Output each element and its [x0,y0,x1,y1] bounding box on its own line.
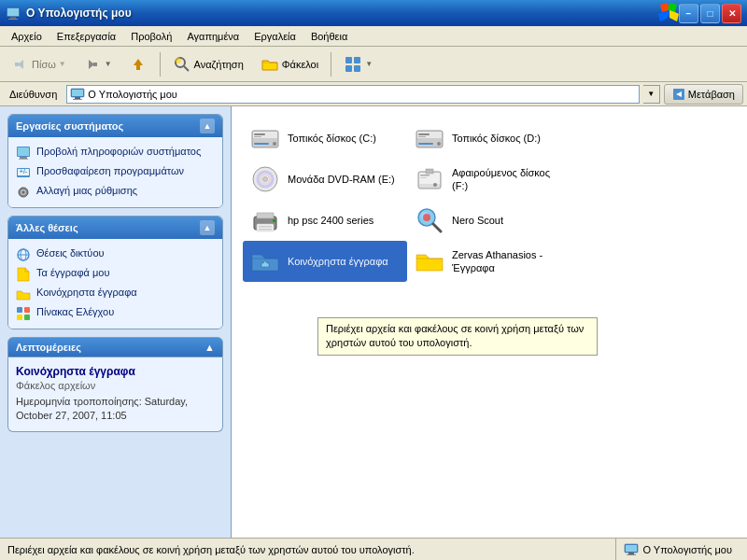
file-item-nero[interactable]: Nero Scout [407,200,571,241]
my-documents-link[interactable]: Τα έγγραφά μου [16,264,215,284]
svg-rect-25 [18,147,29,156]
file-item-shared[interactable]: Κοινόχρηστα έγγραφα [243,241,407,282]
search-button[interactable]: Αναζήτηση [166,50,250,78]
menu-file[interactable]: Αρχείο [4,29,49,44]
svg-rect-68 [259,229,272,231]
svg-point-43 [273,142,276,146]
window-title: Ο Υπολογιστής μου [26,7,655,20]
details-subtitle: Φάκελος αρχείων [16,380,215,391]
svg-rect-50 [418,133,430,135]
back-label: Πίσω [32,59,56,70]
other-places-body: Θέσεις δικτύου Τα έγγραφά μου Κοινόχρηστ… [8,239,222,329]
forward-icon [83,55,102,74]
left-panel: Εργασίες συστήματος ▲ Προβολή πληροφοριώ… [0,106,232,538]
folders-button[interactable]: Φάκελοι [254,50,325,78]
file-item-e[interactable]: Μονάδα DVD-RAM (E:) [243,159,407,200]
system-info-link[interactable]: Προβολή πληροφοριών συστήματος [16,143,215,162]
separator-1 [160,52,161,77]
svg-rect-76 [628,553,634,554]
up-button[interactable] [122,50,154,78]
system-tasks-section: Εργασίες συστήματος ▲ Προβολή πληροφοριώ… [7,114,223,208]
svg-rect-66 [257,224,274,231]
svg-marker-9 [134,59,143,65]
minimize-button[interactable]: − [679,4,698,23]
file-label-zervas: Zervas Athanasios - Έγγραφα [452,248,564,275]
control-panel-link[interactable]: Πίνακας Ελέγχου [16,303,215,323]
file-label-f: Αφαιρούμενος δίσκος (F:) [452,166,564,193]
file-item-printer[interactable]: hp psc 2400 series [243,200,407,241]
winxp-logo [658,3,679,23]
system-tasks-body: Προβολή πληροφοριών συστήματος +/- Προσθ… [8,137,222,207]
network-icon [16,247,31,262]
svg-rect-17 [354,65,360,72]
views-icon [344,55,362,74]
details-collapse[interactable]: ▲ [204,342,215,353]
other-places-section: Άλλες θέσεις ▲ Θέσεις δικτύου [7,216,223,329]
folders-icon [261,55,279,74]
svg-rect-8 [93,63,97,66]
menu-view[interactable]: Προβολή [123,29,179,44]
address-label: Διεύθυνση [4,89,63,100]
svg-rect-44 [254,133,265,135]
svg-rect-21 [73,99,82,100]
svg-line-72 [433,224,441,231]
file-label-e: Μονάδα DVD-RAM (E:) [288,173,395,186]
control-panel-icon [16,306,31,321]
search-icon [173,55,191,74]
svg-rect-63 [420,177,427,178]
svg-point-33 [22,191,25,194]
back-button[interactable]: Πίσω ▼ [4,50,73,78]
back-dropdown-icon: ▼ [59,60,66,68]
views-button[interactable]: ▼ [337,50,379,78]
forward-button[interactable]: ▼ [77,50,119,78]
shared-folder-icon [16,287,31,301]
other-places-collapse[interactable]: ▲ [200,220,215,235]
file-item-f[interactable]: Αφαιρούμενος δίσκος (F:) [407,159,571,200]
svg-rect-16 [345,65,352,72]
hdd-d-icon [415,123,444,153]
svg-rect-45 [254,136,261,137]
maximize-button[interactable]: □ [700,4,720,23]
address-dropdown[interactable]: ▼ [643,85,660,104]
menu-tools[interactable]: Εργαλεία [247,29,303,44]
svg-rect-39 [17,315,22,320]
change-setting-link[interactable]: Αλλαγή μιας ρύθμισης [16,182,215,202]
other-places-header[interactable]: Άλλες θέσεις ▲ [8,217,222,239]
network-places-link[interactable]: Θέσεις δικτύου [16,245,215,264]
svg-rect-27 [19,159,28,160]
svg-rect-51 [418,136,426,137]
go-button[interactable]: Μετάβαση [664,84,743,105]
system-tasks-collapse[interactable]: ▲ [200,119,215,133]
tooltip: Περιέχει αρχεία και φακέλους σε κοινή χρ… [317,317,598,356]
window-icon [6,6,21,21]
file-item-c[interactable]: Τοπικός δίσκος (C:) [243,118,407,159]
svg-rect-1 [7,8,19,16]
details-header[interactable]: Λεπτομέρειες ▲ [7,337,223,357]
dvd-icon [250,164,280,194]
nero-scout-icon [415,205,444,235]
add-remove-programs-link[interactable]: +/- Προσθαφαίρεση προγραμμάτων [16,162,215,182]
tooltip-text: Περιέχει αρχεία και φακέλους σε κοινή χρ… [326,323,584,348]
details-title: Κοινόχρηστα έγγραφα [16,365,215,378]
svg-rect-19 [72,90,83,96]
shared-documents-link[interactable]: Κοινόχρηστα έγγραφα [16,284,215,303]
address-computer-icon [70,87,85,102]
menu-edit[interactable]: Επεξεργασία [49,29,123,44]
details-body: Κοινόχρηστα έγγραφα Φάκελος αρχείων Ημερ… [7,357,223,432]
window-controls: − □ ✕ [679,4,741,23]
status-text: Περιέχει αρχεία και φακέλους σε κοινή χρ… [7,544,615,555]
file-item-d[interactable]: Τοπικός δίσκος (D:) [407,118,571,159]
separator-2 [331,52,331,77]
search-label: Αναζήτηση [194,59,244,70]
menu-bar: Αρχείο Επεξεργασία Προβολή Αγαπημένα Εργ… [0,26,747,47]
menu-favorites[interactable]: Αγαπημένα [179,29,247,44]
printer-icon [250,205,280,235]
removable-icon [415,164,444,194]
svg-point-55 [263,177,268,182]
svg-rect-46 [254,143,269,145]
close-button[interactable]: ✕ [722,4,741,23]
system-tasks-header[interactable]: Εργασίες συστήματος ▲ [8,115,222,137]
file-item-zervas[interactable]: Zervas Athanasios - Έγγραφα [407,241,571,282]
menu-help[interactable]: Βοήθεια [303,29,355,44]
system-info-icon [16,146,31,161]
